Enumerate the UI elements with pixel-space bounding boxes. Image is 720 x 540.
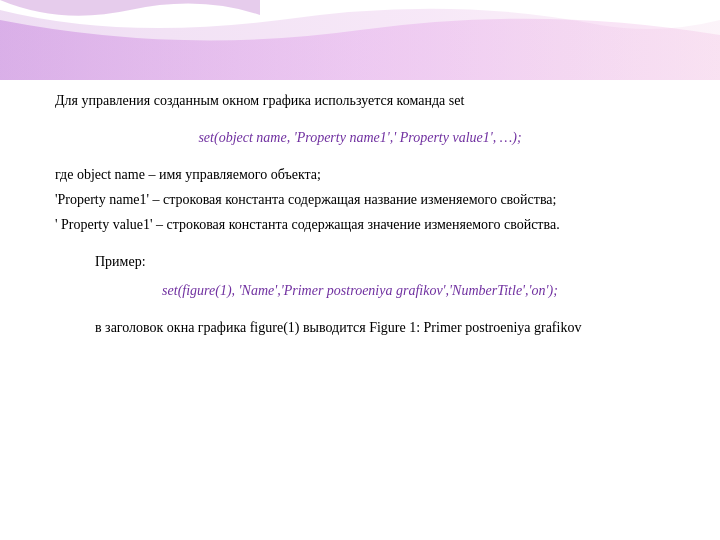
main-content: Для управления созданным окном графика и…	[0, 0, 720, 368]
intro-text: Для управления созданным окном графика и…	[55, 90, 665, 111]
intro-label: Для управления созданным окном графика и…	[55, 93, 464, 108]
desc-line-2: 'Property name1' – строковая константа с…	[55, 189, 665, 210]
description-block: где object name – имя управляемого объек…	[55, 164, 665, 235]
desc-line-1: где object name – имя управляемого объек…	[55, 164, 665, 185]
result-text: в заголовок окна графика figure(1) вывод…	[55, 317, 665, 338]
code-line-1: set(object name, 'Property name1',' Prop…	[55, 127, 665, 148]
code-line-2: set(figure(1), 'Name','Primer postroeniy…	[55, 280, 665, 301]
desc-line-3: ' Property value1' – строковая константа…	[55, 214, 665, 235]
example-label: Пример:	[55, 251, 665, 272]
code-2-text: set(figure(1), 'Name','Primer postroeniy…	[162, 283, 558, 298]
code-1-text: set(object name, 'Property name1',' Prop…	[198, 130, 521, 145]
